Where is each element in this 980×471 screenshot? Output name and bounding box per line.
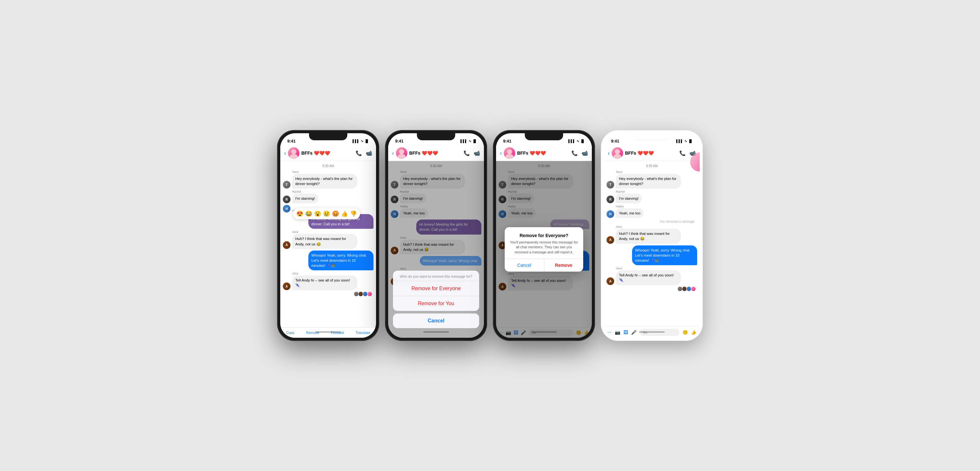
context-translate[interactable]: Translate [356,331,370,335]
group-avatar-2 [396,147,407,159]
emoji-reaction-bar[interactable]: 😍 😂 😮 😢 😡 👍 👎 [293,208,360,219]
toolbar-thumb-4[interactable]: 👍 [691,330,697,335]
remove-everyone-btn[interactable]: Remove for Everyone [393,281,479,296]
svg-point-6 [615,149,620,154]
chat-title-2: BFFs ❤️❤️❤️ [409,150,463,156]
notch-4 [633,133,671,140]
wifi-icon-1: ∿ [361,139,363,143]
group-avatar-sm-4 [367,291,372,297]
toolbar-mic-4[interactable]: 🎤 [631,330,636,335]
chat-area-1: 9:30 AM T Tanvi Hey everybody - what's t… [280,161,376,338]
bubble-rachel-1: I'm starving! [292,194,318,203]
action-sheet-2: Who do you want to remove this message f… [393,271,479,328]
video-icon-3[interactable]: 📹 [582,150,588,156]
time-4: 9:41 [611,139,619,144]
confirm-text-3: You'll permanently remove this message f… [510,240,578,255]
emoji-thumbsdown[interactable]: 👎 [350,210,357,217]
toolbar-image-4[interactable]: 🖼 [624,330,628,335]
svg-point-1 [290,154,298,159]
msg-rachel-1: R Rachel I'm starving! [283,190,374,203]
chat-area-2: 9:30 AM T Tanvi Hey everybody - what's t… [388,161,484,338]
emoji-cry[interactable]: 😢 [323,210,330,217]
bubble-alice-1b: Tell Andy hi -- see all of you soon! 🌂 [292,275,357,290]
msg-alice-1a: A Alice Huh? I think that was meant for … [283,230,374,249]
cancel-btn-2[interactable]: Cancel [393,313,479,328]
back-button-2[interactable]: ‹ [392,150,394,156]
phone-icon-1[interactable]: 📞 [356,150,362,156]
confirm-overlay-3: Remove for Everyone? You'll permanently … [496,161,592,338]
phone-icon-4[interactable]: 📞 [679,150,686,156]
toolbar-dots-4[interactable]: ⋯ [607,330,612,335]
sender-rachel-1: Rachel [292,190,318,193]
phone-icon-2[interactable]: 📞 [463,150,470,156]
back-button-3[interactable]: ‹ [500,150,502,156]
chat-header-3: ‹ BFFs ❤️❤️❤️ 📞 📹 [496,145,592,161]
confirm-remove-btn-3[interactable]: Remove [544,259,584,271]
phone-4: 9:41 ▌▌▌ ∿ ▐▌ ‹ BFFs ❤️❤️❤️ 📞 📹 [601,130,703,341]
time-3: 9:41 [503,139,511,144]
time-2: 9:41 [395,139,404,144]
phone-3: 9:41 ▌▌▌ ∿ ▐▌ ‹ BFFs ❤️❤️❤️ 📞 📹 [493,130,595,341]
confirm-title-3: Remove for Everyone? [510,233,578,238]
context-copy[interactable]: Copy [286,331,294,335]
signal-icon-2: ▌▌▌ [461,139,467,143]
back-button-4[interactable]: ‹ [608,150,610,156]
emoji-angry[interactable]: 😡 [332,210,339,217]
notch-1 [309,133,347,140]
avatar-rachel-1: R [283,196,291,203]
bubble-alice-1a: Huh? I think that was meant for Andy, no… [292,234,357,249]
timestamp-1: 9:30 AM [283,164,374,168]
battery-icon-1: ▐▌ [364,139,369,143]
svg-point-0 [291,149,296,154]
phone-1: 9:41 ▌▌▌ ∿ ▐▌ ‹ BFFs ❤️❤️❤️ 📞 [277,130,379,341]
remove-you-btn[interactable]: Remove for You [393,296,479,311]
svg-point-4 [507,149,512,154]
chat-header-1: ‹ BFFs ❤️❤️❤️ 📞 📹 [280,145,376,161]
emoji-thumbsup[interactable]: 👍 [341,210,348,217]
confirm-cancel-btn-3[interactable]: Cancel [505,259,544,271]
svg-point-2 [399,149,404,154]
copy-label: Copy [286,331,294,335]
chat-area-4: 9:30 AM T Tanvi Hey everybody - what's t… [604,161,700,327]
chat-header-2: ‹ BFFs ❤️❤️❤️ 📞 📹 [388,145,484,161]
back-button-1[interactable]: ‹ [284,150,286,156]
chat-header-4: ‹ BFFs ❤️❤️❤️ 📞 📹 [604,145,700,161]
wifi-icon-3: ∿ [576,139,579,143]
video-icon-2[interactable]: 📹 [474,150,480,156]
timestamp-4: 9:30 AM [606,164,697,168]
notch-2 [417,133,455,140]
avatar-alice-1a: A [283,241,291,249]
msg-alice-1b: A Alice Tell Andy hi -- see all of you s… [283,272,374,290]
msg-sent-blue-1: Whoops! Yeah, sorry. Wrong chat. Let's m… [283,251,374,270]
avatar-alice-1b: A [283,283,291,290]
emoji-laugh[interactable]: 😂 [305,210,312,217]
time-1: 9:41 [287,139,296,144]
battery-icon-2: ▐▌ [473,139,477,143]
phone-icon-3[interactable]: 📞 [571,150,578,156]
wifi-icon-2: ∿ [469,139,471,143]
wifi-icon-4: ∿ [684,139,687,143]
chat-area-3: 9:30 AM T Tanvi Hey everybody - what's t… [496,161,592,338]
group-avatar-3 [504,147,515,159]
toolbar-camera-4[interactable]: 📷 [615,330,620,335]
status-icons-1: ▌▌▌ ∿ ▐▌ [353,139,369,143]
svg-point-5 [505,154,514,159]
avatar-hailey-1: H [283,205,291,212]
emoji-wow[interactable]: 😮 [314,210,321,217]
bubble-sent-blue-1: Whoops! Yeah, sorry. Wrong chat. Let's m… [309,251,374,270]
sender-tanvi-1: Tanvi [292,170,357,174]
chat-title-1: BFFs ❤️❤️❤️ [301,150,356,156]
signal-icon-4: ▌▌▌ [676,139,683,143]
emoji-love[interactable]: 😍 [296,210,303,217]
video-icon-1[interactable]: 📹 [366,150,372,156]
phone-2: 9:41 ▌▌▌ ∿ ▐▌ ‹ BFFs ❤️❤️❤️ 📞 📹 [385,130,487,341]
svg-point-7 [613,154,622,159]
chat-title-4: BFFs ❤️❤️❤️ [625,150,679,156]
signal-icon-3: ▌▌▌ [568,139,575,143]
action-sheet-overlay-2: Who do you want to remove this message f… [388,161,484,338]
sender-alice-1b: Alice [292,272,357,275]
toolbar-emoji-4[interactable]: 🙂 [682,330,688,335]
notch-3 [525,133,563,140]
chat-title-3: BFFs ❤️❤️❤️ [517,150,571,156]
translate-label: Translate [356,331,370,335]
